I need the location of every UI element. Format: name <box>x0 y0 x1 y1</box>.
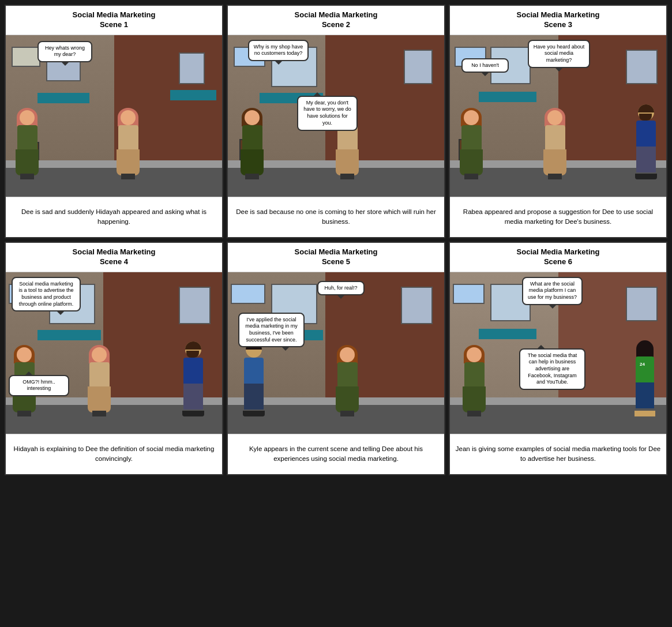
scene4-bubble1: Social media marketing is a tool to adve… <box>12 277 81 312</box>
scene-3-title: Social Media Marketing Scene 3 <box>450 6 666 35</box>
scene3-bubble2: Have you heard about social media market… <box>528 40 590 68</box>
character-hidayah-s3 <box>542 110 568 179</box>
scene-4-title: Social Media Marketing Scene 4 <box>6 243 222 272</box>
scene2-bubble1: Why is my shop have no customers today? <box>248 40 309 61</box>
comic-grid: Social Media Marketing Scene 1 Hey whats… <box>5 5 667 475</box>
scene-2-title: Social Media Marketing Scene 2 <box>228 6 444 35</box>
character-rabea-s3 <box>632 104 660 179</box>
character-kyle-s5 <box>239 341 268 416</box>
scene1-bubble1: Hey whats wrong my dear? <box>37 41 92 62</box>
scene-card-2: Social Media Marketing Scene 2 Why is my… <box>227 5 445 238</box>
character-dee-s1 <box>14 110 40 179</box>
scene-6-title: Social Media Marketing Scene 6 <box>450 243 666 272</box>
scene5-bubble2: Huh, for real!? <box>317 281 365 296</box>
scene-card-3: Social Media Marketing Scene 3 No I have… <box>449 5 667 238</box>
scene5-bubble1: I've applied the social media marketing … <box>238 313 305 348</box>
character-hidayah-s4 <box>87 347 112 416</box>
character-hidayah-s1 <box>115 110 141 179</box>
scene-3-image: No I haven't Have you heard about social… <box>450 35 666 197</box>
character-dee-s3 <box>459 110 485 179</box>
character-jean-s6: 24 <box>632 341 658 416</box>
scene-4-caption: Hidayah is explaining to Dee the definit… <box>6 434 222 474</box>
scene2-bubble2: My dear, you don't have to worry, we do … <box>297 96 358 131</box>
scene-4-image: Social media marketing is a tool to adve… <box>6 272 222 434</box>
scene-2-image: Why is my shop have no customers today? … <box>228 35 444 197</box>
scene4-bubble2: OMG?! hmm.. interesting <box>9 375 69 396</box>
scene-2-caption: Dee is sad because no one is coming to h… <box>228 197 444 237</box>
scene-5-title: Social Media Marketing Scene 5 <box>228 243 444 272</box>
scene-5-caption: Kyle appears in the current scene and te… <box>228 434 444 474</box>
scene-card-4: Social Media Marketing Scene 4 Social me… <box>5 242 223 475</box>
scene-card-5: Social Media Marketing Scene 5 I've appl… <box>227 242 445 475</box>
scene3-bubble1: No I haven't <box>461 58 509 73</box>
scene-6-image: What are the social media platform I can… <box>450 272 666 434</box>
scene-1-title: Social Media Marketing Scene 1 <box>6 6 222 35</box>
scene-3-caption: Rabea appeared and propose a suggestion … <box>450 197 666 237</box>
scene6-bubble2: The social media that can help in busine… <box>519 348 585 390</box>
scene-1-image: Hey whats wrong my dear? <box>6 35 222 197</box>
scene-6-caption: Jean is giving some examples of social m… <box>450 434 666 474</box>
character-dee-s5 <box>335 347 361 416</box>
scene-5-image: I've applied the social media marketing … <box>228 272 444 434</box>
scene-1-caption: Dee is sad and suddenly Hidayah appeared… <box>6 197 222 237</box>
character-dee-s2 <box>239 110 265 179</box>
scene6-bubble1: What are the social media platform I can… <box>522 277 583 305</box>
scene-card-1: Social Media Marketing Scene 1 Hey whats… <box>5 5 223 238</box>
scene-card-6: Social Media Marketing Scene 6 What are … <box>449 242 667 475</box>
character-rabea-s4 <box>179 341 208 416</box>
character-dee-s6 <box>461 347 487 416</box>
